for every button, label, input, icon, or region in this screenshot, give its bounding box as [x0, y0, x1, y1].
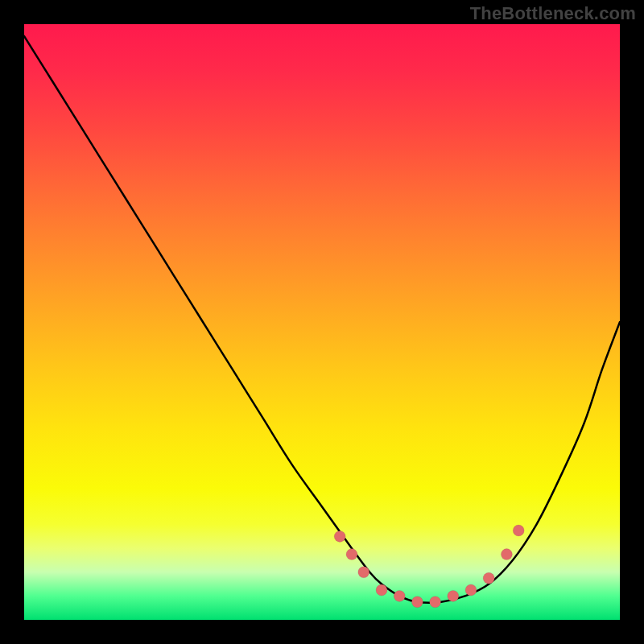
- curve-svg: [24, 24, 620, 620]
- highlight-dot: [513, 525, 524, 536]
- highlight-dot: [346, 549, 357, 560]
- highlight-dot: [334, 530, 345, 542]
- highlight-dot: [376, 584, 387, 596]
- highlight-dot: [483, 572, 494, 584]
- highlight-dot: [394, 590, 405, 601]
- highlight-dot: [430, 597, 441, 608]
- chart-frame: TheBottleneck.com: [0, 0, 644, 644]
- highlight-dot: [411, 597, 423, 608]
- highlight-dot: [465, 584, 477, 596]
- watermark: TheBottleneck.com: [470, 3, 636, 24]
- highlight-dot: [448, 590, 459, 601]
- highlight-dot: [358, 567, 369, 578]
- highlight-dots-group: [334, 525, 524, 608]
- bottleneck-curve: [24, 36, 620, 603]
- highlight-dot: [501, 549, 512, 560]
- plot-area: [24, 24, 620, 620]
